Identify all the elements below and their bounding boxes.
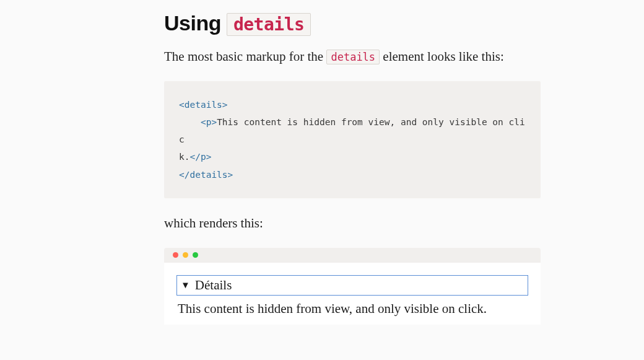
article-content: Using details The most basic markup for …	[164, 0, 541, 325]
code-text-1: This content is hidden from view, and on…	[179, 117, 525, 144]
code-indent	[179, 117, 201, 127]
code-close-details: </details>	[179, 170, 233, 180]
code-sample: <details> <p>This content is hidden from…	[164, 81, 541, 198]
code-open-p: <p>	[201, 117, 217, 127]
intro-before: The most basic markup for the	[164, 49, 326, 64]
browser-titlebar	[164, 248, 541, 263]
traffic-light-minimize-icon[interactable]	[183, 252, 188, 258]
code-text-2: k.	[179, 152, 189, 162]
browser-frame: ▼ Détails This content is hidden from vi…	[164, 248, 541, 325]
intro-paragraph: The most basic markup for the details el…	[164, 46, 541, 68]
details-summary[interactable]: ▼ Détails	[176, 275, 528, 296]
page: Using details The most basic markup for …	[0, 0, 644, 360]
details-summary-label: Détails	[195, 278, 232, 293]
bridge-paragraph: which renders this:	[164, 213, 541, 234]
code-close-p: </p>	[189, 152, 211, 162]
browser-viewport: ▼ Détails This content is hidden from vi…	[164, 263, 541, 325]
disclosure-triangle-icon: ▼	[181, 281, 190, 290]
section-heading: Using details	[164, 11, 541, 35]
details-content: This content is hidden from view, and on…	[176, 296, 528, 319]
code-open-details: <details>	[179, 100, 228, 110]
heading-code: details	[227, 13, 311, 36]
traffic-light-zoom-icon[interactable]	[193, 252, 198, 258]
intro-after: element looks like this:	[380, 49, 504, 64]
intro-code: details	[326, 50, 380, 64]
heading-text: Using	[164, 11, 227, 35]
traffic-light-close-icon[interactable]	[173, 252, 178, 258]
